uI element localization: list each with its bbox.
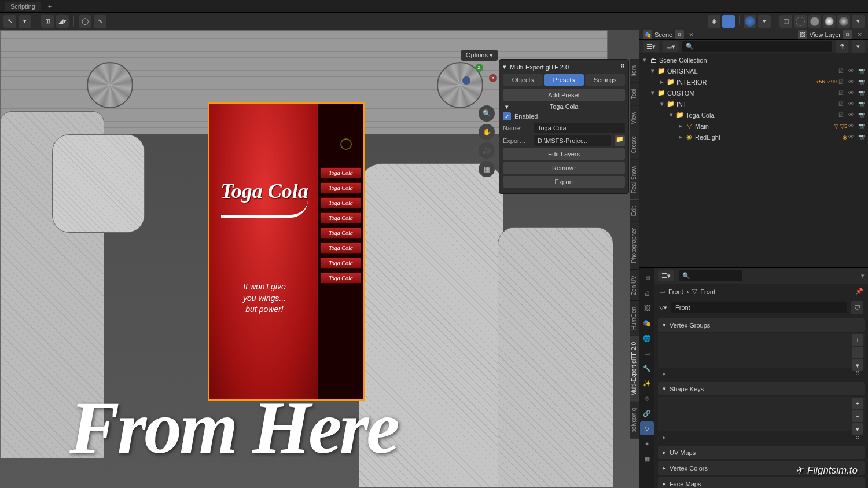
prop-tab-physics[interactable]: ⚛ — [640, 391, 654, 405]
outliner-row[interactable]: ▾📁ORIGINAL☑👁📷 — [639, 65, 868, 76]
fake-user-icon[interactable]: 🛡 — [851, 301, 863, 314]
sidetab-polygoniq[interactable]: polygoniq — [630, 402, 639, 439]
prop-tab-particles[interactable]: ✨ — [640, 376, 654, 390]
axis-z-icon[interactable]: Z — [475, 64, 483, 72]
section-vertex-colors[interactable]: ▸Vertex Colors — [658, 461, 865, 475]
shading-dropdown[interactable]: ▾ — [852, 15, 865, 28]
prop-tab-output[interactable]: 🖨 — [640, 286, 654, 300]
perspective-icon[interactable]: ▦ — [479, 161, 495, 177]
prop-tab-viewlayer[interactable]: 🖼 — [640, 301, 654, 315]
outliner-search[interactable]: 🔍 — [682, 41, 832, 52]
outliner-row[interactable]: ▸◉RedLight◉👁📷 — [639, 131, 868, 142]
sidetab-create[interactable]: Create — [630, 130, 639, 159]
scene-name[interactable]: Scene — [654, 31, 672, 38]
axis-y-icon[interactable] — [462, 76, 470, 85]
tab-settings[interactable]: Settings — [585, 74, 625, 86]
outliner-tree[interactable]: ▾🗀Scene Collection ▾📁ORIGINAL☑👁📷▸📁INTERI… — [639, 53, 868, 267]
snap-dropdown[interactable]: ◢▾ — [56, 15, 69, 28]
add-preset-button[interactable]: Add Preset — [503, 89, 625, 101]
sidetab-edit[interactable]: Edit — [630, 200, 639, 222]
sidetab-humgen[interactable]: HumGen — [630, 300, 639, 336]
name-field[interactable]: Toga Cola — [534, 123, 625, 133]
shading-render[interactable] — [837, 15, 850, 28]
panel-header[interactable]: ▾Multi-Export glTF 2.0⠿ — [503, 63, 625, 71]
sidetab-zenuv[interactable]: Zen UV — [630, 269, 639, 301]
xray-icon[interactable]: ◫ — [779, 15, 792, 28]
cursor-icon[interactable]: ↖ — [3, 15, 16, 28]
outliner-row[interactable]: ▸📁INTERIOR⭑56 ▽99☑👁📷 — [639, 76, 868, 87]
sidetab-item[interactable]: Item — [630, 59, 639, 82]
add-icon[interactable]: + — [852, 334, 863, 346]
section-uv-maps[interactable]: ▸UV Maps — [658, 446, 865, 459]
shading-matprev[interactable] — [823, 15, 836, 28]
preset-header[interactable]: ▾Toga Cola — [503, 103, 625, 110]
prop-tab-texture[interactable]: ▦ — [640, 452, 654, 465]
remove-button[interactable]: Remove — [503, 162, 625, 174]
options-icon[interactable]: ▾ — [861, 272, 865, 280]
pin-icon[interactable]: 📌 — [855, 288, 863, 295]
navigation-gizmo[interactable]: Z X — [465, 65, 494, 94]
tab-presets[interactable]: Presets — [544, 74, 584, 86]
sidetab-tool[interactable]: Tool — [630, 82, 639, 105]
remove-icon[interactable]: − — [852, 410, 863, 422]
pan-icon[interactable]: ✋ — [479, 124, 495, 140]
menu-icon[interactable]: ▾ — [852, 423, 863, 435]
prop-tab-constraints[interactable]: 🔗 — [640, 406, 654, 420]
gizmo-icon[interactable]: ◈ — [708, 15, 720, 28]
proportional-icon[interactable]: ◯ — [79, 15, 91, 28]
export-button[interactable]: Export — [503, 176, 625, 188]
gizmo-toggle[interactable]: ⊹ — [722, 15, 735, 28]
remove-icon[interactable]: − — [852, 347, 863, 358]
object-toga-cola[interactable]: Toga Cola It won't give you wings... but… — [208, 102, 365, 401]
close-layer-icon[interactable]: ✕ — [855, 31, 865, 39]
outliner-row-scene[interactable]: ▾🗀Scene Collection — [639, 54, 868, 65]
shading-wire[interactable] — [794, 15, 807, 28]
section-shape-keys[interactable]: ▾Shape Keys — [658, 382, 865, 395]
props-mode-dropdown[interactable]: ☰▾ — [658, 270, 674, 281]
zoom-icon[interactable]: 🔍 — [479, 105, 495, 122]
viewlayer-icon[interactable]: 🖼 — [798, 30, 807, 39]
copy-scene-icon[interactable]: ⧉ — [675, 30, 684, 39]
outliner-row[interactable]: ▾📁CUSTOM☑👁📷 — [639, 87, 868, 98]
filter-icon[interactable]: ⚗ — [836, 40, 848, 53]
outliner-row[interactable]: ▾📁Toga Cola☑👁📷 — [639, 109, 868, 120]
prop-tab-world[interactable]: 🌐 — [640, 331, 654, 345]
close-scene-icon[interactable]: ✕ — [686, 31, 696, 39]
prop-tab-material[interactable]: ● — [640, 436, 654, 450]
shading-solid[interactable] — [808, 15, 821, 28]
folder-icon[interactable]: 📁 — [615, 135, 625, 146]
prop-tab-scene[interactable]: 🎭 — [640, 316, 654, 330]
options-dropdown[interactable]: Options ▾ — [461, 50, 498, 61]
section-vertex-groups[interactable]: ▾Vertex Groups — [658, 318, 865, 332]
outliner-mode-dropdown[interactable]: ☰▾ — [643, 41, 659, 52]
prop-tab-object[interactable]: ▭ — [640, 346, 654, 360]
prop-tab-data[interactable]: ▽ — [640, 421, 654, 435]
add-workspace-button[interactable]: + — [45, 3, 55, 10]
tab-objects[interactable]: Objects — [503, 74, 543, 86]
axis-x-icon[interactable]: X — [489, 74, 497, 82]
curve-icon[interactable]: ∿ — [94, 15, 106, 28]
outliner-row[interactable]: ▸▽Main▽ ▽5👁📷 — [639, 120, 868, 131]
copy-layer-icon[interactable]: ⧉ — [843, 30, 852, 39]
scene-icon[interactable]: 🎭 — [643, 30, 652, 39]
export-path-field[interactable]: D:\MSFS-Projec… — [534, 135, 611, 146]
add-icon[interactable]: + — [852, 398, 863, 409]
new-collection-icon[interactable]: ▾ — [852, 40, 865, 53]
viewlayer-name[interactable]: View Layer — [810, 31, 841, 38]
snap-icon[interactable]: ⊞ — [41, 15, 54, 28]
sidetab-view[interactable]: View — [630, 105, 639, 130]
menu-icon[interactable]: ▾ — [852, 359, 863, 371]
props-search[interactable]: 🔍 — [679, 270, 742, 281]
section-face-maps[interactable]: ▸Face Maps — [658, 477, 865, 488]
overlay-toggle[interactable] — [744, 15, 756, 28]
sidetab-multiexport[interactable]: Multi-Export glTF 2.0 — [630, 336, 639, 402]
3d-viewport[interactable]: Toga Cola It won't give you wings... but… — [0, 30, 639, 488]
camera-icon[interactable]: 🎥 — [479, 142, 495, 159]
outliner-display-dropdown[interactable]: ▭▾ — [663, 41, 679, 52]
sidetab-realsnow[interactable]: Real Snow — [630, 159, 639, 199]
prop-tab-modifiers[interactable]: 🔧 — [640, 361, 654, 375]
workspace-tab-scripting[interactable]: Scripting — [5, 2, 41, 11]
prop-tab-render[interactable]: 🖥 — [640, 271, 654, 285]
mode-dropdown[interactable]: ▾ — [19, 15, 31, 28]
outliner-row[interactable]: ▾📁INT☑👁📷 — [639, 98, 868, 109]
